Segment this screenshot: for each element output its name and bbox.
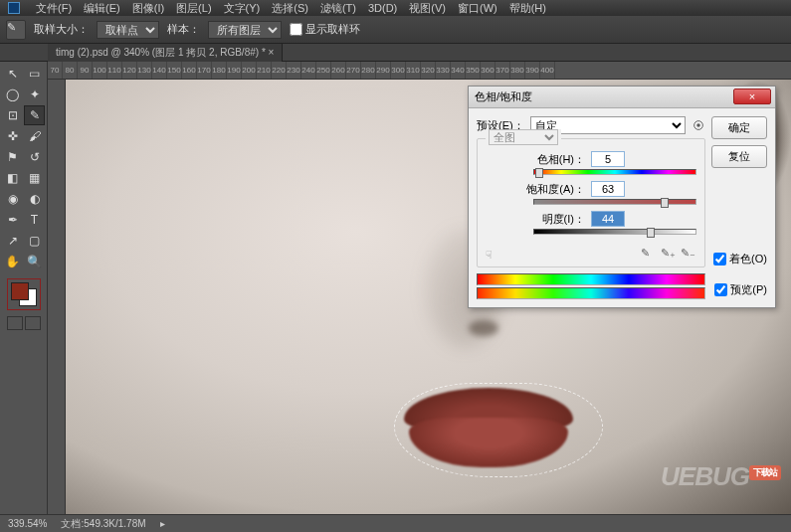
watermark: UEBUG下载站	[661, 461, 781, 492]
sample-size-label: 取样大小：	[34, 22, 89, 37]
colorize-checkbox[interactable]	[713, 253, 726, 266]
svg-point-1	[696, 123, 700, 127]
zoom-level[interactable]: 339.54%	[8, 518, 47, 529]
show-ring-label: 显示取样环	[305, 22, 360, 37]
text-tool[interactable]: T	[24, 210, 45, 230]
hue-slider[interactable]	[533, 169, 696, 175]
preview-label: 预览(P)	[730, 282, 767, 297]
ok-button[interactable]: 确定	[711, 116, 767, 139]
preview-checkbox[interactable]	[714, 283, 727, 296]
spectrum-after	[477, 287, 705, 299]
marquee-tool[interactable]: ▭	[24, 64, 45, 84]
menu-text[interactable]: 文字(Y)	[224, 1, 261, 16]
ruler-vertical	[48, 80, 66, 514]
spectrum-before	[477, 273, 705, 285]
selection-marquee	[394, 383, 603, 477]
hue-input[interactable]: 5	[591, 151, 625, 167]
menu-filter[interactable]: 滤镜(T)	[320, 1, 356, 16]
shape-tool[interactable]: ▢	[24, 231, 45, 251]
heal-tool[interactable]: ✜	[2, 126, 23, 146]
stamp-tool[interactable]: ⚑	[2, 147, 23, 167]
menu-select[interactable]: 选择(S)	[272, 1, 308, 16]
saturation-input[interactable]: 63	[591, 181, 625, 197]
hue-saturation-dialog: 色相/饱和度 × 预设(E)： 自定 全图 色相(H)： 5 饱和度(A)：	[468, 86, 776, 308]
menu-edit[interactable]: 编辑(E)	[84, 1, 120, 16]
document-tab[interactable]: timg (2).psd @ 340% (图层 1 拷贝 2, RGB/8#) …	[48, 44, 283, 62]
crop-tool[interactable]: ⊡	[2, 105, 23, 125]
wand-tool[interactable]: ✦	[24, 85, 45, 104]
eyedropper-add-icon[interactable]: ✎₊	[661, 247, 677, 263]
status-bar: 339.54% 文档:549.3K/1.78M ▸	[0, 514, 791, 532]
eraser-tool[interactable]: ◧	[2, 168, 23, 188]
zoom-tool[interactable]: 🔍	[24, 252, 45, 271]
show-ring-checkbox[interactable]	[290, 23, 302, 36]
sample-size-select[interactable]: 取样点	[97, 21, 159, 39]
eyedropper-sub-icon[interactable]: ✎₋	[681, 247, 696, 263]
colorize-label: 着色(O)	[729, 252, 767, 266]
menu-3d[interactable]: 3D(D)	[368, 2, 397, 14]
color-swatches[interactable]	[7, 278, 41, 310]
ps-logo-icon	[8, 2, 20, 14]
menu-view[interactable]: 视图(V)	[409, 1, 446, 16]
screenmode-icon[interactable]	[25, 316, 41, 330]
menu-help[interactable]: 帮助(H)	[509, 1, 546, 16]
lightness-input[interactable]: 44	[591, 211, 625, 227]
status-arrow-icon[interactable]: ▸	[160, 518, 165, 529]
range-select[interactable]: 全图	[489, 129, 558, 145]
reset-button[interactable]: 复位	[711, 145, 767, 168]
doc-size: 文档:549.3K/1.78M	[61, 517, 145, 531]
foreground-swatch[interactable]	[11, 282, 29, 300]
sample-select[interactable]: 所有图层	[208, 21, 282, 39]
menu-layer[interactable]: 图层(L)	[176, 1, 211, 16]
quickmask-icon[interactable]	[7, 316, 23, 330]
lasso-tool[interactable]: ◯	[2, 85, 23, 104]
eyedropper-tool[interactable]: ✎	[24, 105, 45, 125]
main-menu: 文件(F) 编辑(E) 图像(I) 图层(L) 文字(Y) 选择(S) 滤镜(T…	[0, 0, 791, 16]
gear-icon[interactable]	[692, 118, 705, 132]
hand-tool[interactable]: ✋	[2, 252, 23, 271]
dodge-tool[interactable]: ◐	[24, 189, 45, 209]
lightness-slider[interactable]	[533, 229, 696, 235]
menu-file[interactable]: 文件(F)	[36, 1, 72, 16]
gradient-tool[interactable]: ▦	[24, 168, 45, 188]
blur-tool[interactable]: ◉	[2, 189, 23, 209]
image-lips	[384, 388, 603, 467]
menu-image[interactable]: 图像(I)	[132, 1, 164, 16]
dialog-title: 色相/饱和度	[475, 89, 532, 104]
hue-label: 色相(H)：	[486, 152, 585, 167]
menu-window[interactable]: 窗口(W)	[458, 1, 497, 16]
move-tool[interactable]: ↖	[2, 64, 23, 84]
tool-preset-icon[interactable]: ✎	[6, 20, 26, 40]
pen-tool[interactable]: ✒	[2, 210, 23, 230]
dialog-titlebar[interactable]: 色相/饱和度 ×	[469, 87, 775, 108]
history-brush-tool[interactable]: ↺	[24, 147, 45, 167]
eyedropper-icon[interactable]: ✎	[641, 247, 657, 263]
close-button[interactable]: ×	[733, 89, 771, 104]
document-tabs: timg (2).psd @ 340% (图层 1 拷贝 2, RGB/8#) …	[0, 44, 791, 62]
lightness-label: 明度(I)：	[486, 212, 585, 227]
ruler-horizontal: 7080901001101201301401501601701801902002…	[48, 62, 791, 80]
brush-tool[interactable]: 🖌	[24, 126, 45, 146]
options-bar: ✎ 取样大小： 取样点 样本： 所有图层 显示取样环	[0, 16, 791, 44]
saturation-label: 饱和度(A)：	[486, 182, 585, 197]
image-nostril	[469, 320, 498, 336]
toolbox: ↖▭ ◯✦ ⊡✎ ✜🖌 ⚑↺ ◧▦ ◉◐ ✒T ↗▢ ✋🔍	[0, 62, 48, 514]
saturation-slider[interactable]	[533, 199, 696, 205]
path-tool[interactable]: ↗	[2, 231, 23, 251]
sample-label: 样本：	[167, 22, 200, 37]
hand-icon[interactable]: ☟	[486, 249, 493, 262]
